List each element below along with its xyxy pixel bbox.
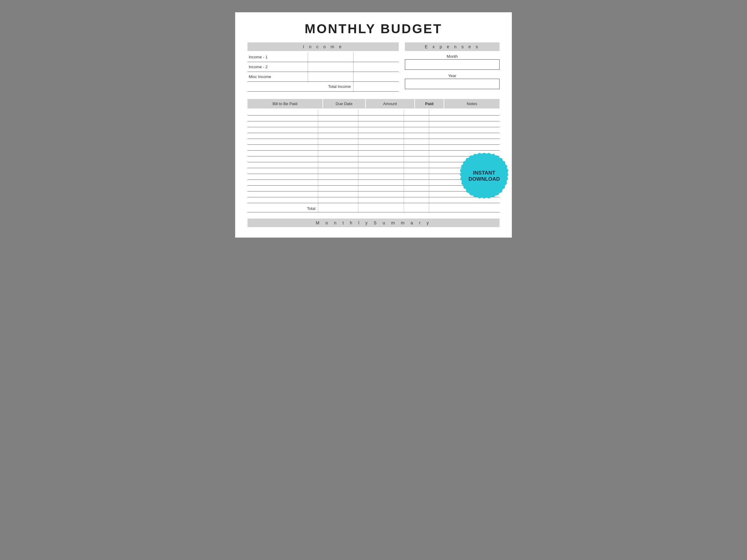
month-input[interactable] — [405, 59, 499, 70]
misc-income-col2 — [308, 72, 354, 82]
monthly-summary-header: M o n t h l y S u m m a r y — [248, 218, 499, 227]
expenses-header: E x p e n s e s — [405, 43, 499, 51]
misc-income-label: Misc Income — [248, 72, 308, 82]
badge-container: INSTANT DOWNLOAD — [460, 152, 509, 201]
col-header-notes: Notes — [444, 99, 499, 108]
col-header-amount: Amount — [366, 99, 415, 108]
income-2-col2 — [308, 62, 354, 72]
income-1-col2 — [308, 52, 354, 62]
table-row — [248, 127, 499, 133]
top-section: I n c o m e Income - 1 Income - 2 Misc I… — [248, 43, 499, 91]
badge-label: INSTANT DOWNLOAD — [468, 170, 500, 182]
total-income-label: Total Income — [248, 82, 354, 91]
income-2-col3 — [354, 62, 399, 72]
income-block: I n c o m e Income - 1 Income - 2 Misc I… — [248, 43, 399, 91]
income-header: I n c o m e — [248, 43, 399, 51]
year-input[interactable] — [405, 79, 499, 89]
total-income-row: Total Income — [248, 82, 399, 91]
bills-total-label: Total — [248, 203, 318, 212]
page: MONTHLY BUDGET I n c o m e Income - 1 In… — [235, 12, 512, 238]
income-1-label: Income - 1 — [248, 52, 308, 62]
income-row-2: Income - 2 — [248, 62, 399, 72]
month-label: Month — [405, 52, 499, 59]
monthly-summary: M o n t h l y S u m m a r y — [248, 218, 499, 227]
table-row — [248, 122, 499, 127]
expenses-block: E x p e n s e s Month Year — [405, 43, 499, 91]
year-label: Year — [405, 72, 499, 79]
income-table: Income - 1 Income - 2 Misc Income Total … — [248, 52, 399, 91]
col-header-paid: Paid — [415, 99, 444, 108]
income-1-col3 — [354, 52, 399, 62]
page-title: MONTHLY BUDGET — [248, 22, 499, 36]
table-row — [248, 110, 499, 115]
table-row — [248, 115, 499, 122]
table-row — [248, 139, 499, 145]
bills-total-row: Total — [248, 203, 499, 212]
instant-download-badge: INSTANT DOWNLOAD — [460, 152, 509, 201]
col-header-due: Due Date — [323, 99, 366, 108]
income-row-1: Income - 1 — [248, 52, 399, 62]
income-2-label: Income - 2 — [248, 62, 308, 72]
table-row — [248, 145, 499, 151]
col-header-bill: Bill to Be Paid — [248, 99, 323, 108]
total-income-value — [354, 82, 399, 91]
income-row-3: Misc Income — [248, 72, 399, 82]
misc-income-col3 — [354, 72, 399, 82]
bills-header: Bill to Be Paid Due Date Amount Paid Not… — [248, 99, 499, 108]
table-row — [248, 133, 499, 139]
